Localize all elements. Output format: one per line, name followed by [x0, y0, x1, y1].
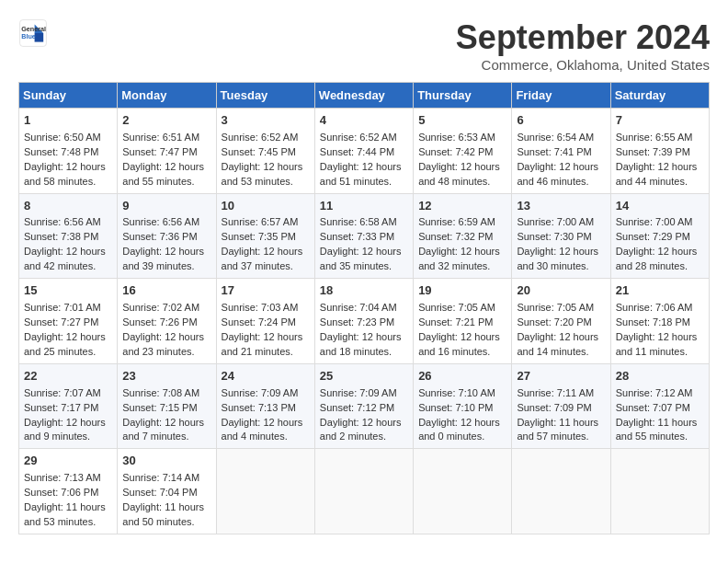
day-number: 5 — [418, 112, 506, 130]
day-info: Daylight: 12 hours and 14 minutes. — [517, 330, 605, 360]
day-number: 14 — [616, 198, 704, 215]
day-info: Daylight: 12 hours and 4 minutes. — [222, 416, 310, 445]
weekday-header: Friday — [512, 83, 610, 109]
day-number: 3 — [222, 112, 310, 130]
day-info: Sunrise: 7:00 AM — [517, 215, 605, 230]
day-info: Sunrise: 6:52 AM — [222, 131, 310, 145]
day-number: 13 — [517, 198, 605, 215]
day-info: Sunset: 7:30 PM — [517, 230, 605, 245]
calendar-cell: 23Sunrise: 7:08 AMSunset: 7:15 PMDayligh… — [118, 363, 216, 449]
day-info: Sunrise: 6:56 AM — [122, 215, 210, 230]
day-number: 27 — [517, 368, 605, 385]
day-info: Sunrise: 6:53 AM — [418, 131, 506, 145]
calendar-cell: 27Sunrise: 7:11 AMSunset: 7:09 PMDayligh… — [512, 363, 610, 449]
day-info: Daylight: 11 hours and 57 minutes. — [517, 416, 605, 445]
day-info: Sunrise: 7:00 AM — [616, 215, 704, 230]
day-info: Sunrise: 7:11 AM — [517, 386, 605, 401]
day-number: 15 — [24, 282, 112, 300]
weekday-header: Sunday — [19, 83, 118, 109]
calendar-cell: 9Sunrise: 6:56 AMSunset: 7:36 PMDaylight… — [118, 193, 216, 279]
day-info: Sunrise: 7:12 AM — [616, 386, 704, 401]
day-info: Sunrise: 7:01 AM — [24, 301, 112, 316]
day-number: 23 — [122, 368, 210, 385]
day-info: Daylight: 12 hours and 11 minutes. — [616, 330, 704, 360]
day-info: Sunset: 7:21 PM — [418, 316, 506, 330]
calendar-cell: 28Sunrise: 7:12 AMSunset: 7:07 PMDayligh… — [610, 363, 709, 449]
day-number: 16 — [122, 282, 210, 300]
day-info: Sunset: 7:15 PM — [122, 401, 210, 416]
header-row: SundayMondayTuesdayWednesdayThursdayFrid… — [19, 83, 710, 109]
svg-text:General: General — [21, 25, 46, 33]
day-info: Sunrise: 7:05 AM — [517, 301, 605, 316]
calendar-cell: 4Sunrise: 6:52 AMSunset: 7:44 PMDaylight… — [314, 109, 413, 194]
day-info: Daylight: 12 hours and 9 minutes. — [24, 416, 112, 445]
day-info: Daylight: 12 hours and 16 minutes. — [418, 330, 506, 360]
day-info: Daylight: 12 hours and 7 minutes. — [122, 416, 210, 445]
calendar-cell: 5Sunrise: 6:53 AMSunset: 7:42 PMDaylight… — [414, 109, 512, 194]
day-info: Sunset: 7:10 PM — [418, 401, 506, 416]
day-info: Sunrise: 6:50 AM — [24, 131, 112, 145]
day-number: 17 — [222, 282, 310, 300]
day-info: Daylight: 11 hours and 50 minutes. — [122, 500, 210, 530]
header: General Blue September 2024 Commerce, Ok… — [18, 18, 710, 73]
calendar-cell: 3Sunrise: 6:52 AMSunset: 7:45 PMDaylight… — [216, 109, 314, 194]
day-info: Sunrise: 6:54 AM — [517, 131, 605, 145]
logo-icon: General Blue — [18, 18, 48, 48]
calendar-cell: 24Sunrise: 7:09 AMSunset: 7:13 PMDayligh… — [216, 363, 314, 449]
calendar-table: SundayMondayTuesdayWednesdayThursdayFrid… — [18, 82, 710, 534]
day-info: Sunset: 7:48 PM — [24, 145, 112, 160]
day-number: 8 — [24, 198, 112, 215]
calendar-cell: 21Sunrise: 7:06 AMSunset: 7:18 PMDayligh… — [610, 279, 709, 364]
day-info: Daylight: 12 hours and 48 minutes. — [418, 160, 506, 190]
day-number: 11 — [320, 198, 408, 215]
calendar-cell: 12Sunrise: 6:59 AMSunset: 7:32 PMDayligh… — [414, 193, 512, 279]
calendar-cell: 15Sunrise: 7:01 AMSunset: 7:27 PMDayligh… — [19, 279, 118, 364]
title-section: September 2024 Commerce, Oklahoma, Unite… — [456, 18, 710, 73]
day-info: Daylight: 12 hours and 23 minutes. — [122, 330, 210, 360]
logo: General Blue — [18, 18, 48, 48]
day-info: Daylight: 12 hours and 37 minutes. — [222, 245, 310, 274]
day-info: Sunset: 7:47 PM — [122, 145, 210, 160]
day-info: Sunset: 7:12 PM — [320, 401, 408, 416]
day-info: Daylight: 12 hours and 58 minutes. — [24, 160, 112, 190]
day-number: 25 — [320, 368, 408, 385]
calendar-cell: 20Sunrise: 7:05 AMSunset: 7:20 PMDayligh… — [512, 279, 610, 364]
day-info: Sunset: 7:24 PM — [222, 316, 310, 330]
day-info: Daylight: 12 hours and 18 minutes. — [320, 330, 408, 360]
day-number: 24 — [222, 368, 310, 385]
day-info: Sunrise: 7:13 AM — [24, 471, 112, 486]
day-info: Sunset: 7:29 PM — [616, 230, 704, 245]
calendar-week-row: 15Sunrise: 7:01 AMSunset: 7:27 PMDayligh… — [19, 279, 710, 364]
day-info: Daylight: 11 hours and 53 minutes. — [24, 500, 112, 530]
day-info: Sunrise: 7:04 AM — [320, 301, 408, 316]
day-number: 10 — [222, 198, 310, 215]
day-info: Sunrise: 6:51 AM — [122, 131, 210, 145]
day-number: 12 — [418, 198, 506, 215]
day-info: Sunrise: 7:08 AM — [122, 386, 210, 401]
calendar-cell: 19Sunrise: 7:05 AMSunset: 7:21 PMDayligh… — [414, 279, 512, 364]
calendar-cell — [314, 449, 413, 534]
calendar-cell — [610, 449, 709, 534]
day-number: 21 — [616, 282, 704, 300]
day-info: Sunset: 7:45 PM — [222, 145, 310, 160]
day-info: Daylight: 12 hours and 44 minutes. — [616, 160, 704, 190]
calendar-cell: 8Sunrise: 6:56 AMSunset: 7:38 PMDaylight… — [19, 193, 118, 279]
day-number: 28 — [616, 368, 704, 385]
day-info: Daylight: 12 hours and 53 minutes. — [222, 160, 310, 190]
day-info: Daylight: 12 hours and 35 minutes. — [320, 245, 408, 274]
day-info: Sunset: 7:27 PM — [24, 316, 112, 330]
weekday-header: Tuesday — [216, 83, 314, 109]
calendar-cell: 7Sunrise: 6:55 AMSunset: 7:39 PMDaylight… — [610, 109, 709, 194]
day-info: Sunset: 7:36 PM — [122, 230, 210, 245]
day-info: Sunset: 7:23 PM — [320, 316, 408, 330]
day-info: Sunrise: 7:05 AM — [418, 301, 506, 316]
day-number: 18 — [320, 282, 408, 300]
calendar-cell: 18Sunrise: 7:04 AMSunset: 7:23 PMDayligh… — [314, 279, 413, 364]
calendar-week-row: 1Sunrise: 6:50 AMSunset: 7:48 PMDaylight… — [19, 109, 710, 194]
day-info: Daylight: 12 hours and 25 minutes. — [24, 330, 112, 360]
day-number: 1 — [24, 112, 112, 130]
day-info: Sunset: 7:04 PM — [122, 486, 210, 500]
calendar-cell: 25Sunrise: 7:09 AMSunset: 7:12 PMDayligh… — [314, 363, 413, 449]
weekday-header: Thursday — [414, 83, 512, 109]
day-number: 4 — [320, 112, 408, 130]
